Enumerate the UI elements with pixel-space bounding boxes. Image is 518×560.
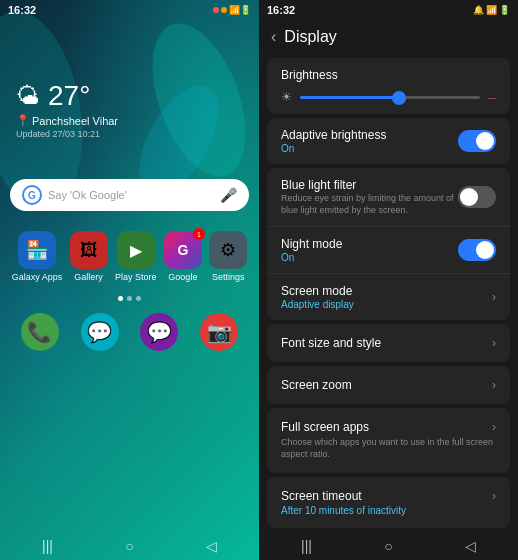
- settings-label: Settings: [212, 272, 245, 282]
- playstore-icon[interactable]: ▶: [117, 231, 155, 269]
- screen-zoom-label: Screen zoom: [281, 378, 352, 392]
- brightness-slider-row: ☀ —: [281, 90, 496, 104]
- brightness-slider[interactable]: [300, 96, 480, 99]
- fullscreen-row[interactable]: Full screen apps › Choose which apps you…: [267, 408, 510, 472]
- left-nav-recent[interactable]: |||: [42, 538, 53, 554]
- galaxy-apps-label: Galaxy Apps: [12, 272, 63, 282]
- blue-light-title: Blue light filter: [281, 178, 458, 192]
- fullscreen-chevron: ›: [492, 420, 496, 434]
- google-g-icon: G: [22, 185, 42, 205]
- status-dot-red: [213, 7, 219, 13]
- font-size-row[interactable]: Font size and style ›: [267, 324, 510, 362]
- brightness-row: Brightness ☀ —: [267, 58, 510, 114]
- sun-icon: ☀: [281, 90, 292, 104]
- font-size-chevron: ›: [492, 336, 496, 350]
- night-mode-toggle[interactable]: [458, 239, 496, 261]
- display-title: Display: [284, 28, 336, 46]
- screen-zoom-row[interactable]: Screen zoom ›: [267, 366, 510, 404]
- app-item-playstore[interactable]: ▶ Play Store: [115, 231, 157, 282]
- adaptive-brightness-toggle[interactable]: [458, 130, 496, 152]
- night-mode-status: On: [281, 252, 458, 263]
- app-item-galaxy[interactable]: 🏪 Galaxy Apps: [12, 231, 63, 282]
- playstore-label: Play Store: [115, 272, 157, 282]
- toggle-knob-blue: [460, 188, 478, 206]
- left-status-icons: 📶🔋: [213, 5, 251, 15]
- whatsapp-dock-icon[interactable]: 💬: [140, 313, 178, 351]
- dot-3: [136, 296, 141, 301]
- mic-icon[interactable]: 🎤: [220, 187, 237, 203]
- right-notification-icon: 🔔: [473, 5, 484, 15]
- display-header: ‹ Display: [259, 20, 518, 54]
- left-nav-back[interactable]: ◁: [206, 538, 217, 554]
- blue-light-desc: Reduce eye strain by limiting the amount…: [281, 193, 458, 216]
- weather-icon: 🌤: [16, 82, 40, 110]
- left-panel: 16:32 📶🔋 🌤 27° 📍 Panchsheel Vihar Update…: [0, 0, 259, 560]
- left-nav-bar: ||| ○ ◁: [0, 532, 259, 560]
- google-badge: 1: [193, 228, 205, 240]
- fullscreen-desc: Choose which apps you want to use in the…: [281, 437, 496, 460]
- right-nav-bar: ||| ○ ◁: [259, 532, 518, 560]
- adaptive-brightness-left: Adaptive brightness On: [281, 128, 458, 154]
- app-item-gallery[interactable]: 🖼 Gallery: [70, 231, 108, 282]
- google-g-label: G: [28, 190, 36, 201]
- camera-dock-icon[interactable]: 📷: [200, 313, 238, 351]
- dot-1: [118, 296, 123, 301]
- gallery-icon[interactable]: 🖼: [70, 231, 108, 269]
- blue-light-toggle[interactable]: [458, 186, 496, 208]
- back-button[interactable]: ‹: [271, 28, 276, 46]
- screen-timeout-row[interactable]: Screen timeout › After 10 minutes of ina…: [267, 477, 510, 528]
- location-pin-icon: 📍: [16, 114, 30, 127]
- status-dot-orange: [221, 7, 227, 13]
- gallery-label: Gallery: [74, 272, 103, 282]
- right-signal-icon: 📶: [486, 5, 497, 15]
- screen-timeout-label: Screen timeout: [281, 489, 362, 503]
- adaptive-brightness-title: Adaptive brightness: [281, 128, 458, 142]
- screen-timeout-subtitle: After 10 minutes of inactivity: [281, 505, 496, 516]
- bottom-dock: 📞 💬 💬 📷: [0, 305, 259, 359]
- screen-mode-subtitle: Adaptive display: [281, 299, 492, 310]
- blue-night-card: Blue light filter Reduce eye strain by l…: [267, 168, 510, 320]
- night-mode-left: Night mode On: [281, 237, 458, 263]
- screen-zoom-chevron: ›: [492, 378, 496, 392]
- messages-dock-icon[interactable]: 💬: [81, 313, 119, 351]
- right-status-bar: 16:32 🔔 📶 🔋: [259, 0, 518, 20]
- screen-mode-title: Screen mode: [281, 284, 492, 298]
- right-battery-icon: 🔋: [499, 5, 510, 15]
- right-nav-recent[interactable]: |||: [301, 538, 312, 554]
- adaptive-brightness-status: On: [281, 143, 458, 154]
- left-status-bar: 16:32 📶🔋: [0, 0, 259, 20]
- right-time: 16:32: [267, 4, 295, 16]
- phone-dock-icon[interactable]: 📞: [21, 313, 59, 351]
- right-nav-back[interactable]: ◁: [465, 538, 476, 554]
- settings-scroll[interactable]: Brightness ☀ — Adaptive brightness On: [259, 54, 518, 532]
- location-name: Panchsheel Vihar: [32, 115, 118, 127]
- right-nav-home[interactable]: ○: [384, 538, 392, 554]
- slider-thumb[interactable]: [392, 91, 406, 105]
- left-wifi-icon: 📶🔋: [229, 5, 251, 15]
- left-nav-home[interactable]: ○: [125, 538, 133, 554]
- weather-widget: 🌤 27° 📍 Panchsheel Vihar Updated 27/03 1…: [0, 20, 259, 149]
- galaxy-apps-icon[interactable]: 🏪: [18, 231, 56, 269]
- weather-temp: 27°: [48, 80, 90, 112]
- toggle-knob-night: [476, 241, 494, 259]
- search-bar[interactable]: G Say 'Ok Google' 🎤: [10, 179, 249, 211]
- settings-icon[interactable]: ⚙: [209, 231, 247, 269]
- search-left: G Say 'Ok Google': [22, 185, 127, 205]
- screen-mode-left: Screen mode Adaptive display: [281, 284, 492, 310]
- google-label: Google: [168, 272, 197, 282]
- search-placeholder: Say 'Ok Google': [48, 189, 127, 201]
- toggle-knob: [476, 132, 494, 150]
- slider-fill: [300, 96, 399, 99]
- fullscreen-label: Full screen apps: [281, 420, 369, 434]
- screen-mode-chevron: ›: [492, 290, 496, 304]
- screen-mode-row[interactable]: Screen mode Adaptive display ›: [267, 274, 510, 320]
- adaptive-brightness-card: Adaptive brightness On: [267, 118, 510, 164]
- app-item-google[interactable]: G 1 Google: [164, 231, 202, 282]
- brightness-label: Brightness: [281, 68, 496, 82]
- blue-light-left: Blue light filter Reduce eye strain by l…: [281, 178, 458, 216]
- weather-location: 📍 Panchsheel Vihar: [16, 114, 243, 127]
- right-panel: 16:32 🔔 📶 🔋 ‹ Display Brightness ☀ —: [259, 0, 518, 560]
- app-item-settings[interactable]: ⚙ Settings: [209, 231, 247, 282]
- google-icon[interactable]: G 1: [164, 231, 202, 269]
- weather-updated: Updated 27/03 10:21: [16, 129, 243, 139]
